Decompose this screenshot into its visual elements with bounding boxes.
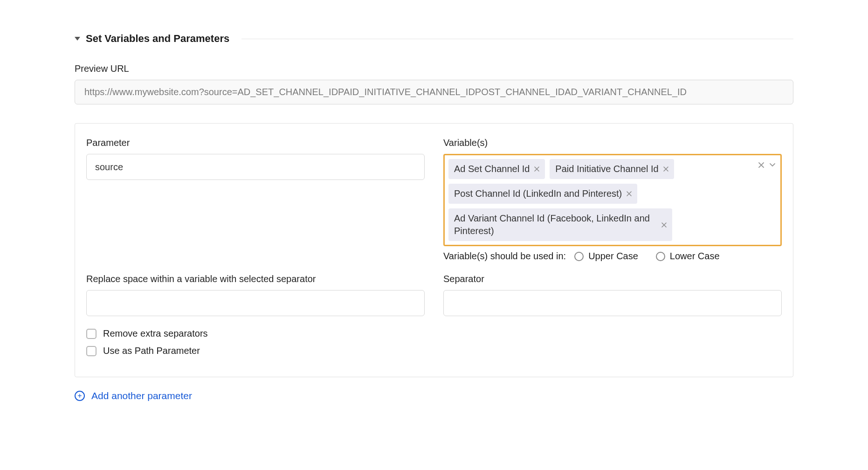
remove-chip-icon[interactable] — [534, 166, 539, 172]
case-label: Variable(s) should be used in: — [443, 251, 566, 262]
variable-chip: Ad Set Channel Id — [448, 159, 545, 179]
preview-url-value: https://www.mywebsite.com?source=AD_SET_… — [75, 80, 793, 104]
replace-space-input[interactable] — [86, 290, 425, 316]
replace-space-label: Replace space within a variable with sel… — [86, 274, 425, 284]
variables-multiselect[interactable]: Ad Set Channel Id Paid Initiative Channe… — [443, 154, 782, 246]
case-option-label: Lower Case — [670, 251, 720, 262]
remove-chip-icon[interactable] — [627, 191, 632, 196]
section-title: Set Variables and Parameters — [86, 33, 229, 45]
collapse-toggle-icon[interactable] — [75, 37, 80, 41]
chevron-down-icon[interactable] — [769, 163, 776, 167]
variable-chip: Paid Initiative Channel Id — [550, 159, 674, 179]
preview-url-label: Preview URL — [75, 63, 793, 74]
radio-icon — [574, 252, 584, 261]
plus-circle-icon: + — [75, 391, 85, 401]
case-row: Variable(s) should be used in: Upper Cas… — [443, 251, 782, 262]
chip-label: Ad Set Channel Id — [454, 163, 530, 175]
chip-label: Ad Variant Channel Id (Facebook, LinkedI… — [454, 212, 657, 237]
variable-chip: Post Channel Id (LinkedIn and Pinterest) — [448, 184, 637, 204]
add-parameter-label: Add another parameter — [91, 390, 192, 401]
section-divider — [241, 39, 793, 39]
separator-label: Separator — [443, 274, 782, 284]
clear-all-icon[interactable] — [758, 162, 765, 168]
chip-label: Paid Initiative Channel Id — [555, 163, 658, 175]
remove-extra-row[interactable]: Remove extra separators — [86, 328, 782, 339]
section-header: Set Variables and Parameters — [75, 33, 793, 45]
checkbox-icon — [86, 346, 96, 356]
remove-extra-label: Remove extra separators — [103, 328, 208, 339]
remove-chip-icon[interactable] — [663, 166, 668, 172]
case-option-lower[interactable]: Lower Case — [656, 251, 720, 262]
path-param-row[interactable]: Use as Path Parameter — [86, 346, 782, 356]
case-option-label: Upper Case — [588, 251, 638, 262]
separator-input[interactable] — [443, 290, 782, 316]
variables-label: Variable(s) — [443, 138, 782, 148]
parameter-label: Parameter — [86, 138, 425, 148]
parameter-input[interactable] — [86, 154, 425, 180]
add-parameter-link[interactable]: + Add another parameter — [75, 390, 793, 401]
remove-chip-icon[interactable] — [661, 222, 667, 228]
path-param-label: Use as Path Parameter — [103, 346, 200, 356]
checkbox-icon — [86, 329, 96, 339]
chip-label: Post Channel Id (LinkedIn and Pinterest) — [454, 187, 622, 200]
radio-icon — [656, 252, 665, 261]
variable-chip: Ad Variant Channel Id (Facebook, LinkedI… — [448, 208, 672, 241]
parameter-card: Parameter Variable(s) Ad Set Ch — [75, 123, 793, 377]
case-option-upper[interactable]: Upper Case — [574, 251, 638, 262]
